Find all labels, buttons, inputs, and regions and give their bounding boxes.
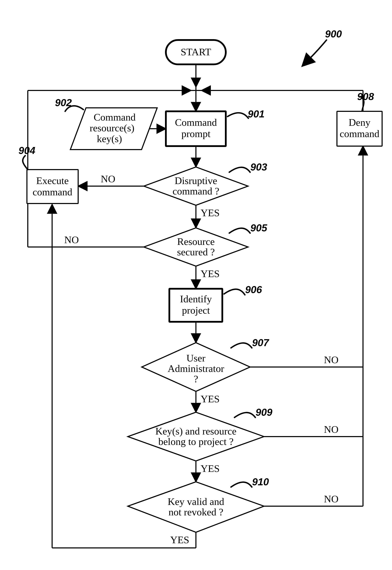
ref-907: 907 (252, 337, 269, 348)
node-907-line1: User (186, 352, 206, 364)
ref-902: 902 (55, 97, 72, 108)
leader-906 (224, 289, 245, 295)
node-901-line1: Command (175, 117, 217, 128)
ref-900: 900 (325, 28, 342, 40)
leader-907 (231, 343, 252, 348)
edge-label-903-yes: YES (201, 207, 220, 218)
node-902-line3: key(s) (97, 133, 122, 144)
node-903-line2: command ? (173, 185, 219, 197)
edge-label-909-yes: YES (201, 463, 220, 474)
ref-909: 909 (256, 406, 272, 418)
edge-label-903-no: NO (101, 173, 115, 185)
node-904: Execute command (27, 170, 78, 204)
leader-909 (235, 413, 255, 418)
ref-904: 904 (19, 145, 35, 156)
node-909-line1: Key(s) and resource (155, 425, 236, 437)
node-908: Deny command (337, 111, 382, 146)
ref-903: 903 (251, 161, 267, 173)
leader-910 (231, 482, 252, 487)
node-908-line2: command (340, 128, 379, 139)
node-start: START (166, 40, 226, 64)
edge-label-910-yes: YES (170, 534, 189, 545)
node-901-line2: prompt (181, 128, 210, 139)
node-901: Command prompt (166, 111, 226, 146)
ref-908: 908 (357, 91, 374, 102)
node-910-line1: Key valid and (168, 496, 224, 507)
node-906: Identify project (169, 289, 222, 322)
node-904-line2: command (33, 186, 72, 198)
node-906-line1: Identify (180, 293, 212, 305)
node-905: Resource secured ? (144, 228, 248, 266)
ref-901: 901 (248, 108, 265, 120)
node-907-line2: Administrator (168, 363, 224, 374)
node-910: Key valid and not revoked ? (128, 482, 264, 532)
ref-905: 905 (251, 222, 267, 233)
ref-910: 910 (252, 476, 269, 487)
node-908-line1: Deny (349, 117, 370, 128)
node-907: User Administrator ? (142, 343, 250, 391)
node-start-text: START (181, 46, 211, 58)
node-905-line1: Resource (177, 236, 215, 247)
node-902-line2: resource(s) (90, 122, 134, 134)
edge-label-905-no: NO (64, 234, 79, 245)
node-906-line2: project (182, 305, 210, 316)
leader-901 (227, 113, 248, 118)
leader-900 (302, 40, 326, 66)
node-907-line3: ? (194, 373, 198, 385)
edge-label-907-yes: YES (201, 393, 220, 405)
node-910-line2: not revoked ? (168, 506, 223, 518)
edge-label-907-no: NO (324, 354, 338, 365)
ref-906: 906 (245, 284, 262, 295)
edge-label-910-no: NO (324, 493, 338, 505)
leader-904 (23, 156, 28, 170)
leader-903 (229, 167, 250, 172)
node-902-line1: Command (94, 111, 136, 123)
node-909: Key(s) and resource belong to project ? (128, 412, 264, 461)
node-903-line1: Disruptive (175, 175, 217, 186)
node-903: Disruptive command ? (144, 167, 248, 205)
node-902: Command resource(s) key(s) (70, 108, 157, 150)
node-909-line2: belong to project ? (158, 436, 233, 447)
node-904-line1: Execute (36, 175, 69, 186)
edge-label-909-no: NO (324, 424, 338, 435)
edge-label-905-yes: YES (201, 268, 220, 279)
flowchart-diagram: NO YES NO YES NO YES NO YES NO YES START (0, 0, 392, 570)
leader-905 (229, 228, 250, 233)
node-905-line2: secured ? (177, 246, 215, 258)
